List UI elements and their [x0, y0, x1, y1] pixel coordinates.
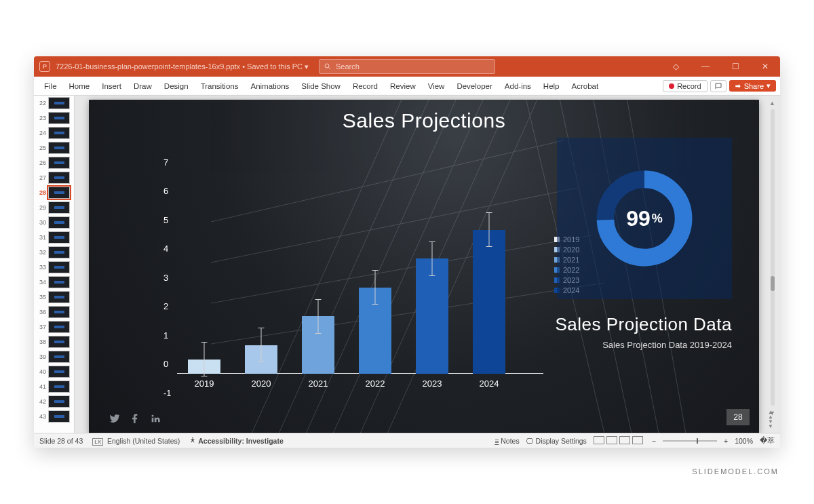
ribbon-tab-add-ins[interactable]: Add-ins	[499, 82, 537, 90]
slide-thumbnail[interactable]: 33	[34, 260, 74, 275]
titlebar: P 7226-01-business-plan-powerpoint-templ…	[34, 56, 780, 77]
comments-button[interactable]	[710, 80, 726, 92]
ribbon-tab-home[interactable]: Home	[63, 82, 96, 90]
bar-2024: 2024	[473, 230, 505, 374]
slide-thumbnail[interactable]: 43	[34, 409, 74, 424]
facebook-icon[interactable]	[130, 413, 140, 424]
slide-thumbnail[interactable]: 28	[34, 185, 74, 200]
slide-thumbnail[interactable]: 37	[34, 319, 74, 334]
bar-2021: 2021	[302, 316, 334, 374]
slide-thumbnail[interactable]: 23	[34, 111, 74, 125]
slide-thumbnail[interactable]: 25	[34, 140, 74, 155]
slide[interactable]: Sales Projections 2019202020212022202320…	[89, 100, 759, 433]
y-tick: 4	[163, 244, 168, 254]
ribbon-tab-help[interactable]: Help	[537, 82, 566, 90]
slide-thumbnail[interactable]: 36	[34, 305, 74, 319]
y-tick: 1	[163, 330, 168, 340]
zoom-level[interactable]: 100%	[735, 437, 753, 445]
side-subtitle[interactable]: Sales Projection Data 2019-2024	[602, 340, 732, 350]
ribbon-tab-design[interactable]: Design	[158, 82, 195, 90]
slide-thumbnail[interactable]: 38	[34, 334, 74, 349]
ribbon-tab-view[interactable]: View	[422, 82, 451, 90]
display-icon: 🖵	[526, 437, 534, 445]
donut-value-label: 99%	[590, 164, 699, 273]
notes-button[interactable]: ≡ Notes	[495, 437, 520, 445]
ribbon-tabs: FileHomeInsertDrawDesignTransitionsAnima…	[34, 77, 780, 96]
normal-view-icon[interactable]	[594, 436, 604, 444]
bar-rect	[416, 258, 448, 374]
bar-2023: 2023	[416, 258, 448, 374]
ribbon-tab-file[interactable]: File	[38, 82, 63, 90]
view-mode-buttons[interactable]	[594, 436, 645, 446]
scrollbar-thumb[interactable]	[771, 276, 775, 291]
side-title[interactable]: Sales Projection Data	[555, 314, 732, 335]
donut-panel[interactable]: 99%	[557, 138, 732, 299]
slide-thumbnail[interactable]: 27	[34, 170, 74, 185]
nav-arrows-icon[interactable]: ▲▲▼▼	[768, 410, 773, 429]
reading-view-icon[interactable]	[619, 436, 630, 444]
ribbon-tab-acrobat[interactable]: Acrobat	[566, 82, 605, 90]
app-logo-icon: P	[39, 61, 50, 72]
bar-label: 2021	[309, 379, 328, 389]
share-icon	[735, 83, 741, 90]
ribbon-tab-insert[interactable]: Insert	[96, 82, 128, 90]
accessibility-status[interactable]: Accessibility: Investigate	[189, 437, 283, 445]
error-bar	[204, 342, 205, 376]
slide-thumbnail[interactable]: 39	[34, 349, 74, 364]
bar-chart[interactable]: 201920202021202220232024 -101234567	[143, 143, 550, 401]
zoom-out-button[interactable]: −	[652, 437, 656, 445]
maximize-button[interactable]: ☐	[720, 56, 750, 77]
notes-icon: ≡	[495, 437, 499, 445]
document-title[interactable]: 7226-01-business-plan-powerpoint-templat…	[56, 62, 309, 71]
slide-counter[interactable]: Slide 28 of 43	[39, 437, 83, 445]
comment-icon	[714, 82, 722, 90]
statusbar: Slide 28 of 43 LX English (United States…	[34, 433, 780, 448]
ribbon-tab-draw[interactable]: Draw	[128, 82, 158, 90]
ribbon-tab-transitions[interactable]: Transitions	[195, 82, 245, 90]
slide-thumbnail[interactable]: 24	[34, 125, 74, 140]
language-status[interactable]: LX English (United States)	[92, 437, 180, 445]
slide-thumbnail[interactable]: 31	[34, 230, 74, 245]
slide-thumbnail[interactable]: 26	[34, 155, 74, 170]
slide-thumbnail[interactable]: 29	[34, 200, 74, 215]
zoom-slider[interactable]	[663, 440, 717, 442]
slide-thumbnail[interactable]: 41	[34, 379, 74, 394]
fit-to-window-button[interactable]: �萃	[760, 436, 775, 446]
powerpoint-window: P 7226-01-business-plan-powerpoint-templ…	[34, 56, 780, 448]
filename: 7226-01-business-plan-powerpoint-templat…	[56, 62, 240, 71]
svg-point-0	[325, 64, 329, 68]
search-input[interactable]: Search	[319, 59, 495, 74]
slide-thumbnail[interactable]: 40	[34, 364, 74, 379]
ribbon-tab-review[interactable]: Review	[384, 82, 422, 90]
slide-title[interactable]: Sales Projections	[89, 109, 759, 132]
slide-thumbnail[interactable]: 35	[34, 290, 74, 305]
display-settings-button[interactable]: 🖵 Display Settings	[526, 437, 587, 445]
y-tick: 2	[163, 301, 168, 311]
sorter-view-icon[interactable]	[606, 436, 617, 444]
slide-thumbnail[interactable]: 34	[34, 275, 74, 290]
ribbon-tab-slide-show[interactable]: Slide Show	[295, 82, 347, 90]
slideshow-view-icon[interactable]	[632, 436, 643, 444]
vertical-scrollbar[interactable]: ▲ ▼ ▲▲▼▼	[768, 100, 777, 429]
slide-thumbnail-panel[interactable]: 2223242526272829303132333435363738394041…	[34, 96, 75, 433]
linkedin-icon[interactable]	[150, 413, 161, 424]
slide-thumbnail[interactable]: 42	[34, 394, 74, 409]
y-tick: 6	[163, 186, 168, 196]
bar-label: 2020	[252, 379, 271, 389]
bar-rect	[473, 230, 505, 374]
slide-number-box: 28	[726, 409, 750, 425]
ribbon-tab-record[interactable]: Record	[347, 82, 384, 90]
ribbon-tab-animations[interactable]: Animations	[244, 82, 295, 90]
slide-thumbnail[interactable]: 30	[34, 215, 74, 230]
ribbon-options-icon[interactable]: ◇	[661, 56, 691, 77]
close-button[interactable]: ✕	[750, 56, 780, 77]
twitter-icon[interactable]	[109, 413, 120, 424]
record-button[interactable]: Record	[663, 80, 707, 92]
zoom-in-button[interactable]: +	[724, 437, 728, 445]
scroll-up-icon[interactable]: ▲	[769, 100, 775, 106]
ribbon-tab-developer[interactable]: Developer	[450, 82, 498, 90]
slide-thumbnail[interactable]: 32	[34, 245, 74, 260]
slide-thumbnail[interactable]: 22	[34, 96, 74, 111]
share-button[interactable]: Share ▾	[729, 80, 776, 92]
minimize-button[interactable]: —	[691, 56, 720, 77]
